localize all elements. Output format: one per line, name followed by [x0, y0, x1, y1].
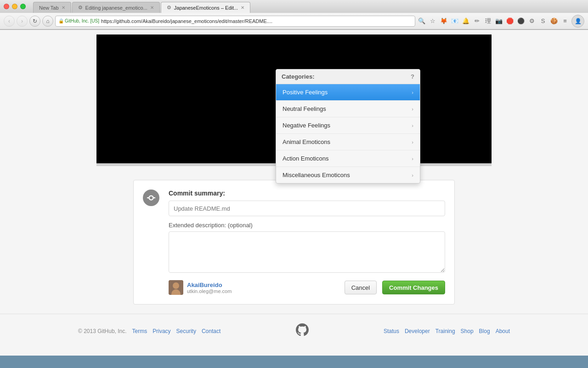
title-bar: New Tab ✕ ⚙ Editing japanese_emotico... … [0, 0, 588, 13]
chevron-right-icon: › [412, 106, 413, 112]
commit-email: utkin.oleg@me.com [187, 288, 339, 294]
notification-icon[interactable]: 🔔 [461, 17, 470, 26]
ssl-badge: 🔒 GitHub, Inc. [US] [58, 18, 99, 23]
nav-bar: ‹ › ↻ ⌂ 🔒 GitHub, Inc. [US] 🔍 ☆ 🦊 📧 🔔 ✏ … [0, 13, 588, 29]
footer-link-shop[interactable]: Shop [461, 328, 474, 334]
category-label: Animal Emoticons [283, 138, 330, 145]
commit-footer: AkaiBureido utkin.oleg@me.com Cancel Com… [169, 280, 445, 295]
avatar [169, 280, 183, 295]
maximize-button[interactable] [20, 4, 26, 9]
commit-user-info: AkaiBureido utkin.oleg@me.com [187, 282, 339, 294]
commit-section: Commit summary: Extended description: (o… [133, 180, 455, 305]
commit-username: AkaiBureido [187, 282, 339, 288]
ssl-label: GitHub, Inc. [US] [65, 18, 99, 23]
extension-icon-6[interactable]: 🛑 [505, 17, 514, 26]
back-button[interactable]: ‹ [4, 16, 15, 27]
extension-icon-4[interactable]: 理 [483, 17, 492, 26]
tab-label: JapaneseEmoticons – Edit... [174, 5, 238, 11]
search-icon[interactable]: 🔍 [417, 17, 426, 26]
commit-summary-label: Commit summary: [169, 190, 445, 197]
commit-changes-button[interactable]: Commit Changes [382, 281, 445, 294]
commit-icon [143, 190, 159, 206]
chevron-right-icon: › [412, 156, 413, 161]
page-content: Categories: ? Positive Feelings › Neutra… [0, 30, 588, 356]
traffic-lights [4, 4, 26, 9]
github-favicon: ⚙ [167, 5, 171, 11]
user-icon[interactable]: 👤 [571, 15, 584, 28]
category-item-animal[interactable]: Animal Emoticons › [276, 134, 420, 150]
tab-new-tab[interactable]: New Tab ✕ [33, 2, 71, 13]
footer-link-privacy[interactable]: Privacy [153, 328, 170, 334]
settings-icon[interactable]: ⚙ [527, 17, 537, 26]
category-item-negative[interactable]: Negative Feelings › [276, 117, 420, 134]
browser-chrome: New Tab ✕ ⚙ Editing japanese_emotico... … [0, 0, 588, 30]
chevron-right-icon: › [412, 139, 413, 145]
tab-label: Editing japanese_emotico... [85, 5, 147, 11]
refresh-button[interactable]: ↻ [29, 16, 40, 27]
extension-icon-5[interactable]: 📷 [494, 17, 503, 26]
category-label: Negative Feelings [283, 122, 330, 129]
extension-icon-9[interactable]: 🍪 [549, 17, 559, 26]
chevron-right-icon: › [412, 172, 413, 178]
commit-form: Commit summary: Extended description: (o… [169, 190, 445, 295]
extension-icon-7[interactable]: ⚫ [516, 17, 526, 26]
footer-link-contact[interactable]: Contact [202, 328, 220, 334]
svg-point-0 [149, 196, 153, 200]
commit-desc-label: Extended description: (optional) [169, 222, 445, 229]
footer-link-blog[interactable]: Blog [479, 328, 490, 334]
category-label: Action Emoticons [283, 155, 328, 162]
category-item-positive[interactable]: Positive Feelings › [276, 84, 420, 101]
categories-header: Categories: ? [276, 69, 420, 84]
categories-title: Categories: [282, 73, 315, 80]
home-button[interactable]: ⌂ [42, 16, 53, 27]
category-label: Positive Feelings [283, 89, 328, 96]
extension-icon-8[interactable]: S [538, 17, 548, 26]
tab-close-icon[interactable]: ✕ [241, 5, 244, 10]
tabs-bar: New Tab ✕ ⚙ Editing japanese_emotico... … [29, 0, 287, 13]
category-item-neutral[interactable]: Neutral Feelings › [276, 101, 420, 117]
extension-icon[interactable]: 🦊 [439, 17, 448, 26]
tab-close-icon[interactable]: ✕ [150, 5, 154, 10]
category-label: Miscellaneous Emoticons [283, 172, 350, 178]
footer-right: Status Developer Training Shop Blog Abou… [384, 328, 510, 334]
footer-inner: © 2013 GitHub, Inc. Terms Privacy Securi… [69, 323, 519, 339]
address-bar-container[interactable]: 🔒 GitHub, Inc. [US] [55, 16, 415, 27]
footer-link-developer[interactable]: Developer [405, 328, 430, 334]
categories-dropdown: Categories: ? Positive Feelings › Neutra… [276, 69, 420, 184]
page-footer: © 2013 GitHub, Inc. Terms Privacy Securi… [0, 314, 588, 348]
extension-icon-3[interactable]: ✏ [472, 17, 481, 26]
minimize-button[interactable] [12, 4, 17, 9]
footer-link-terms[interactable]: Terms [132, 328, 147, 334]
commit-summary-input[interactable] [169, 201, 445, 216]
footer-link-status[interactable]: Status [384, 328, 399, 334]
category-item-action[interactable]: Action Emoticons › [276, 150, 420, 167]
menu-icon[interactable]: ≡ [560, 17, 570, 26]
chevron-right-icon: › [412, 90, 413, 95]
bookmark-icon[interactable]: ☆ [428, 17, 437, 26]
close-button[interactable] [4, 4, 9, 9]
github-logo [296, 323, 309, 339]
avatar-image [169, 280, 183, 295]
help-icon[interactable]: ? [411, 73, 414, 80]
tab-editing[interactable]: ⚙ Editing japanese_emotico... ✕ [72, 2, 160, 13]
footer-link-about[interactable]: About [496, 328, 510, 334]
footer-link-security[interactable]: Security [176, 328, 196, 334]
footer-left: © 2013 GitHub, Inc. Terms Privacy Securi… [78, 328, 220, 334]
lock-icon: 🔒 [58, 18, 64, 23]
commit-desc-textarea[interactable] [169, 231, 445, 273]
forward-button[interactable]: › [17, 16, 28, 27]
category-item-misc[interactable]: Miscellaneous Emoticons › [276, 167, 420, 183]
address-input[interactable] [101, 18, 412, 24]
cancel-button[interactable]: Cancel [345, 281, 377, 294]
category-label: Neutral Feelings [283, 105, 326, 112]
commit-icon-area [143, 190, 161, 295]
tab-japanese-emoticons[interactable]: ⚙ JapaneseEmoticons – Edit... ✕ [161, 2, 250, 13]
nav-icons-right: 🔍 ☆ 🦊 📧 🔔 ✏ 理 📷 🛑 ⚫ ⚙ S 🍪 ≡ 👤 [417, 15, 584, 28]
tab-label: New Tab [39, 5, 59, 11]
extension-icon-2[interactable]: 📧 [450, 17, 459, 26]
copyright-text: © 2013 GitHub, Inc. [78, 328, 127, 334]
footer-center [296, 323, 309, 339]
footer-link-training[interactable]: Training [435, 328, 455, 334]
tab-close-icon[interactable]: ✕ [62, 5, 65, 10]
commit-user: AkaiBureido utkin.oleg@me.com [169, 280, 339, 295]
